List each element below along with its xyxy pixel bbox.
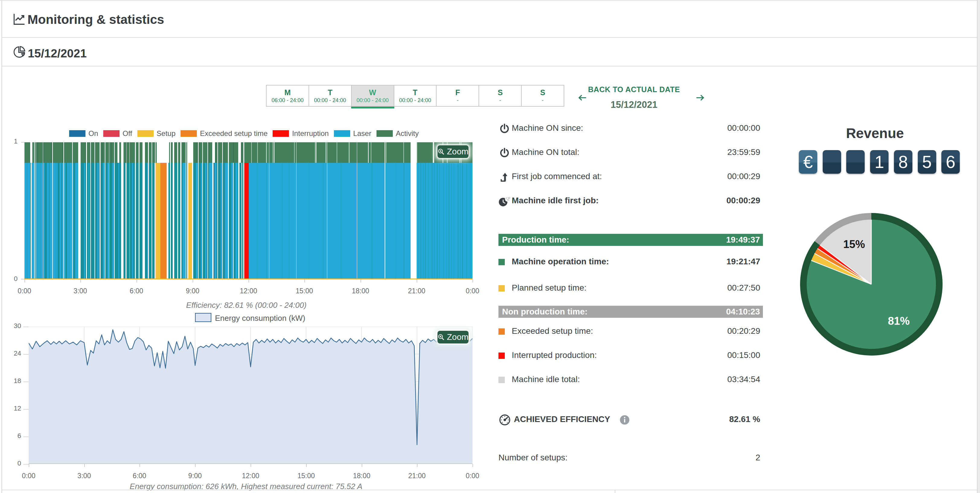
svg-text:z: z xyxy=(506,196,507,199)
svg-text:z: z xyxy=(509,196,510,199)
